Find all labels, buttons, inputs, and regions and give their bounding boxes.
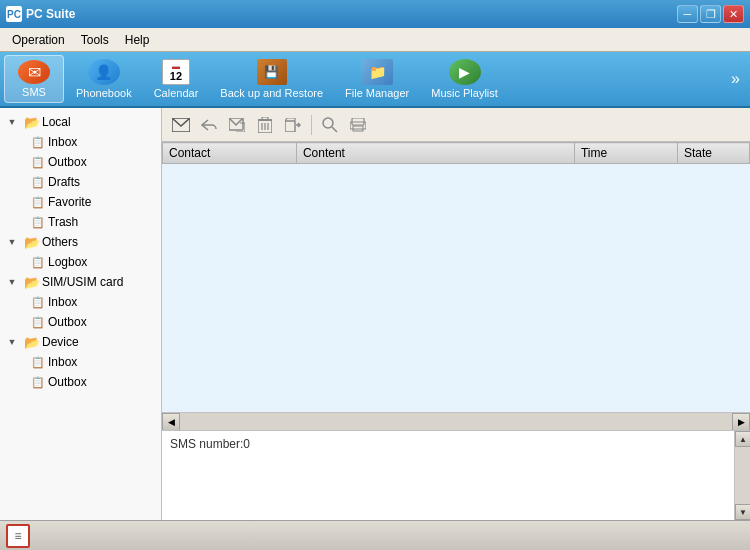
tree-item-sim-outbox[interactable]: 📋 Outbox [0, 312, 161, 332]
tree-label-device: Device [42, 335, 79, 349]
scroll-left-button[interactable]: ◀ [162, 413, 180, 431]
icon-toolbar [162, 108, 750, 142]
tree-label-others: Others [42, 235, 78, 249]
tab-filemanager-label: File Manager [345, 87, 409, 99]
tab-more-button[interactable]: » [725, 70, 746, 88]
svg-rect-8 [285, 121, 295, 132]
tree-label-device-outbox: Outbox [48, 375, 87, 389]
tree-label-local: Local [42, 115, 71, 129]
new-message-button[interactable] [168, 112, 194, 138]
tree-group-sim[interactable]: ▼ 📂 SIM/USIM card [0, 272, 161, 292]
tab-bar: ✉ SMS 👤 Phonebook ▬ 12 Calendar 💾 Back u… [0, 52, 750, 108]
expander-others[interactable]: ▼ [4, 234, 20, 250]
tree-item-others-logbox[interactable]: 📋 Logbox [0, 252, 161, 272]
col-time: Time [574, 143, 677, 164]
sidebar: ▼ 📂 Local 📋 Inbox 📋 Outbox 📋 Drafts 📋 Fa… [0, 108, 162, 520]
expander-sim[interactable]: ▼ [4, 274, 20, 290]
search-button[interactable] [317, 112, 343, 138]
menu-help[interactable]: Help [117, 31, 158, 49]
sub-icon-device-inbox: 📋 [30, 354, 46, 370]
status-icon: ≡ [14, 529, 21, 543]
tab-backup[interactable]: 💾 Back up and Restore [210, 55, 333, 103]
menu-tools[interactable]: Tools [73, 31, 117, 49]
tree-item-sim-inbox[interactable]: 📋 Inbox [0, 292, 161, 312]
svg-rect-4 [262, 117, 268, 120]
tree-item-local-outbox[interactable]: 📋 Outbox [0, 152, 161, 172]
folder-icon-sim: 📂 [24, 274, 40, 290]
calendar-icon: ▬ 12 [162, 59, 190, 85]
preview-scroll-up-button[interactable]: ▲ [735, 431, 750, 447]
tree-item-local-trash[interactable]: 📋 Trash [0, 212, 161, 232]
svg-point-9 [323, 118, 333, 128]
content-area: Contact Content Time State ◀ ▶ SMS numbe… [162, 108, 750, 520]
sms-icon: ✉ [18, 60, 50, 84]
tree-label-sim: SIM/USIM card [42, 275, 123, 289]
tree-item-device-inbox[interactable]: 📋 Inbox [0, 352, 161, 372]
preview-scroll-down-button[interactable]: ▼ [735, 504, 750, 520]
tab-calendar[interactable]: ▬ 12 Calendar [144, 55, 209, 103]
tree-label-local-outbox: Outbox [48, 155, 87, 169]
tree-item-local-inbox[interactable]: 📋 Inbox [0, 132, 161, 152]
app-icon: PC [6, 6, 22, 22]
sub-icon-local-favorite: 📋 [30, 194, 46, 210]
tree-group-local[interactable]: ▼ 📂 Local [0, 112, 161, 132]
message-table-area: Contact Content Time State [162, 142, 750, 412]
tree-group-device[interactable]: ▼ 📂 Device [0, 332, 161, 352]
send-button[interactable] [224, 112, 250, 138]
move-button[interactable] [280, 112, 306, 138]
expander-device[interactable]: ▼ [4, 334, 20, 350]
tree-label-local-inbox: Inbox [48, 135, 77, 149]
title-bar: PC PC Suite ─ ❐ ✕ [0, 0, 750, 28]
tab-phonebook-label: Phonebook [76, 87, 132, 99]
tree-item-local-drafts[interactable]: 📋 Drafts [0, 172, 161, 192]
sub-icon-sim-inbox: 📋 [30, 294, 46, 310]
tab-musicplaylist-label: Music Playlist [431, 87, 498, 99]
toolbar-separator-1 [311, 115, 312, 135]
horizontal-scrollbar: ◀ ▶ [162, 412, 750, 430]
sub-icon-device-outbox: 📋 [30, 374, 46, 390]
tree-item-local-favorite[interactable]: 📋 Favorite [0, 192, 161, 212]
tree-label-local-trash: Trash [48, 215, 78, 229]
reply-button[interactable] [196, 112, 222, 138]
sms-preview-text: SMS number:0 [170, 437, 250, 451]
scroll-track[interactable] [180, 413, 732, 430]
tree-label-device-inbox: Inbox [48, 355, 77, 369]
close-button[interactable]: ✕ [723, 5, 744, 23]
col-contact: Contact [163, 143, 297, 164]
tab-phonebook[interactable]: 👤 Phonebook [66, 55, 142, 103]
tab-musicplaylist[interactable]: ▶ Music Playlist [421, 55, 508, 103]
main-area: ▼ 📂 Local 📋 Inbox 📋 Outbox 📋 Drafts 📋 Fa… [0, 108, 750, 520]
print-button[interactable] [345, 112, 371, 138]
delete-button[interactable] [252, 112, 278, 138]
tab-calendar-label: Calendar [154, 87, 199, 99]
minimize-button[interactable]: ─ [677, 5, 698, 23]
sub-icon-sim-outbox: 📋 [30, 314, 46, 330]
col-content: Content [296, 143, 574, 164]
tab-backup-label: Back up and Restore [220, 87, 323, 99]
tab-sms-label: SMS [22, 86, 46, 98]
tab-sms[interactable]: ✉ SMS [4, 55, 64, 103]
preview-scroll-track [735, 447, 750, 504]
title-bar-text: PC Suite [26, 7, 673, 21]
filemanager-icon: 📁 [361, 59, 393, 85]
tree-label-others-logbox: Logbox [48, 255, 87, 269]
sub-icon-local-outbox: 📋 [30, 154, 46, 170]
phonebook-icon: 👤 [88, 59, 120, 85]
scroll-right-button[interactable]: ▶ [732, 413, 750, 431]
tree-group-others[interactable]: ▼ 📂 Others [0, 232, 161, 252]
status-icon-button[interactable]: ≡ [6, 524, 30, 548]
folder-icon-others: 📂 [24, 234, 40, 250]
status-bar: ≡ [0, 520, 750, 550]
folder-icon-local: 📂 [24, 114, 40, 130]
tree-label-local-favorite: Favorite [48, 195, 91, 209]
musicplaylist-icon: ▶ [449, 59, 481, 85]
tree-label-sim-outbox: Outbox [48, 315, 87, 329]
restore-button[interactable]: ❐ [700, 5, 721, 23]
tab-filemanager[interactable]: 📁 File Manager [335, 55, 419, 103]
tree-item-device-outbox[interactable]: 📋 Outbox [0, 372, 161, 392]
svg-line-10 [332, 127, 337, 132]
title-bar-controls: ─ ❐ ✕ [677, 5, 744, 23]
expander-local[interactable]: ▼ [4, 114, 20, 130]
menu-operation[interactable]: Operation [4, 31, 73, 49]
sub-icon-others-logbox: 📋 [30, 254, 46, 270]
